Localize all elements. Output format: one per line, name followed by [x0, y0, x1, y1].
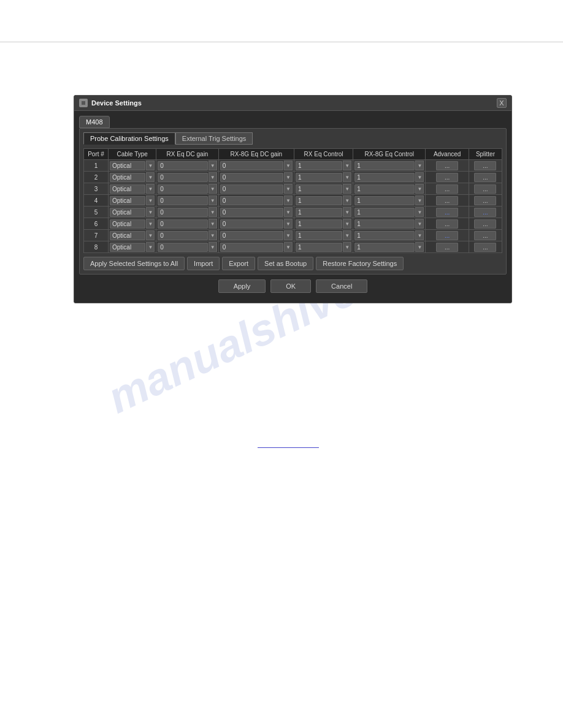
- ok-btn[interactable]: OK: [270, 279, 311, 293]
- rx-eq-ctrl-6[interactable]: 1 ▼: [294, 218, 353, 230]
- cable-type-arrow-7[interactable]: ▼: [146, 230, 155, 240]
- splitter-btn-7[interactable]: ...: [474, 231, 496, 240]
- export-btn[interactable]: Export: [222, 257, 255, 270]
- advanced-btn-1[interactable]: ...: [436, 161, 458, 170]
- apply-all-btn[interactable]: Apply Selected Settings to All: [83, 257, 185, 270]
- rx8g-eq-dc-1[interactable]: 0 ▼: [218, 160, 294, 172]
- apply-btn[interactable]: Apply: [218, 279, 266, 293]
- splitter-btn-8[interactable]: ...: [474, 243, 496, 252]
- rx8g-eq-ctrl-3[interactable]: 1 ▼: [353, 183, 426, 195]
- restore-btn[interactable]: Restore Factory Settings: [316, 257, 404, 270]
- rx8g-eq-dc-arrow-5[interactable]: ▼: [284, 207, 293, 217]
- advanced-btn-3[interactable]: ...: [436, 184, 458, 194]
- rx8g-eq-ctrl-arrow-8[interactable]: ▼: [415, 242, 424, 252]
- rx8g-eq-ctrl-4[interactable]: 1 ▼: [353, 195, 426, 207]
- rx-eq-ctrl-8[interactable]: 1 ▼: [294, 241, 353, 253]
- tab-probe-calibration[interactable]: Probe Calibration Settings: [83, 132, 175, 145]
- dialog-close-button[interactable]: X: [497, 98, 507, 108]
- rx-eq-dc-arrow-1[interactable]: ▼: [209, 161, 217, 170]
- rx8g-eq-ctrl-5[interactable]: 1 ▼: [353, 207, 426, 218]
- rx-eq-dc-3[interactable]: 0 ▼: [156, 183, 218, 195]
- rx-eq-ctrl-arrow-1[interactable]: ▼: [343, 161, 351, 170]
- cable-type-7[interactable]: Optical ▼: [109, 230, 156, 241]
- splitter-btn-6[interactable]: ...: [474, 219, 496, 229]
- splitter-8[interactable]: ...: [469, 241, 502, 253]
- rx8g-eq-ctrl-arrow-2[interactable]: ▼: [415, 172, 424, 182]
- rx8g-eq-dc-6[interactable]: 0 ▼: [218, 218, 294, 230]
- splitter-btn-2[interactable]: ...: [474, 173, 496, 182]
- cable-type-arrow-6[interactable]: ▼: [146, 219, 155, 229]
- rx8g-eq-dc-8[interactable]: 0 ▼: [218, 241, 294, 253]
- import-btn[interactable]: Import: [187, 257, 220, 270]
- splitter-btn-4[interactable]: ...: [474, 196, 496, 205]
- rx8g-eq-ctrl-8[interactable]: 1 ▼: [353, 241, 426, 253]
- splitter-2[interactable]: ...: [469, 172, 502, 183]
- advanced-5[interactable]: ...: [426, 207, 469, 218]
- rx8g-eq-ctrl-arrow-4[interactable]: ▼: [415, 195, 424, 205]
- advanced-7[interactable]: ...: [426, 230, 469, 241]
- rx-eq-dc-arrow-3[interactable]: ▼: [209, 184, 217, 194]
- cable-type-1[interactable]: Optical ▼: [109, 160, 156, 172]
- cable-type-5[interactable]: Optical ▼: [109, 207, 156, 218]
- rx-eq-dc-7[interactable]: 0 ▼: [156, 230, 218, 241]
- cable-type-arrow-1[interactable]: ▼: [146, 161, 155, 170]
- rx8g-eq-dc-arrow-8[interactable]: ▼: [284, 242, 293, 252]
- advanced-6[interactable]: ...: [426, 218, 469, 230]
- rx-eq-dc-5[interactable]: 0 ▼: [156, 207, 218, 218]
- rx-eq-ctrl-arrow-3[interactable]: ▼: [343, 184, 351, 194]
- rx-eq-dc-4[interactable]: 0 ▼: [156, 195, 218, 207]
- splitter-4[interactable]: ...: [469, 195, 502, 207]
- rx8g-eq-dc-arrow-7[interactable]: ▼: [284, 230, 293, 240]
- splitter-7[interactable]: ...: [469, 230, 502, 241]
- cable-type-3[interactable]: Optical ▼: [109, 183, 156, 195]
- advanced-2[interactable]: ...: [426, 172, 469, 183]
- splitter-3[interactable]: ...: [469, 183, 502, 195]
- cable-type-6[interactable]: Optical ▼: [109, 218, 156, 230]
- rx-eq-dc-2[interactable]: 0 ▼: [156, 172, 218, 183]
- rx8g-eq-ctrl-arrow-3[interactable]: ▼: [415, 184, 424, 194]
- rx8g-eq-ctrl-arrow-6[interactable]: ▼: [415, 219, 424, 229]
- rx8g-eq-ctrl-7[interactable]: 1 ▼: [353, 230, 426, 241]
- splitter-5[interactable]: ...: [469, 207, 502, 218]
- rx8g-eq-ctrl-arrow-7[interactable]: ▼: [415, 230, 424, 240]
- rx-eq-dc-8[interactable]: 0 ▼: [156, 241, 218, 253]
- rx-eq-dc-arrow-7[interactable]: ▼: [209, 230, 217, 240]
- rx8g-eq-dc-2[interactable]: 0 ▼: [218, 172, 294, 183]
- cable-type-arrow-5[interactable]: ▼: [146, 207, 155, 217]
- rx-eq-ctrl-4[interactable]: 1 ▼: [294, 195, 353, 207]
- rx8g-eq-dc-arrow-1[interactable]: ▼: [284, 161, 293, 170]
- rx-eq-dc-arrow-6[interactable]: ▼: [209, 219, 217, 229]
- rx-eq-dc-arrow-2[interactable]: ▼: [209, 172, 217, 182]
- advanced-btn-4[interactable]: ...: [436, 196, 458, 205]
- rx-eq-ctrl-arrow-4[interactable]: ▼: [343, 195, 351, 205]
- splitter-btn-1[interactable]: ...: [474, 161, 496, 170]
- cable-type-arrow-4[interactable]: ▼: [146, 195, 155, 205]
- splitter-6[interactable]: ...: [469, 218, 502, 230]
- rx-eq-ctrl-arrow-5[interactable]: ▼: [343, 207, 351, 217]
- advanced-btn-7[interactable]: ...: [436, 231, 458, 240]
- cable-type-arrow-2[interactable]: ▼: [146, 172, 155, 182]
- advanced-btn-6[interactable]: ...: [436, 219, 458, 229]
- advanced-btn-5[interactable]: ...: [436, 208, 458, 217]
- set-bootup-btn[interactable]: Set as Bootup: [258, 257, 313, 270]
- rx8g-eq-dc-arrow-6[interactable]: ▼: [284, 219, 293, 229]
- rx-eq-dc-arrow-4[interactable]: ▼: [209, 195, 217, 205]
- splitter-btn-5[interactable]: ...: [474, 208, 496, 217]
- rx8g-eq-ctrl-1[interactable]: 1 ▼: [353, 160, 426, 172]
- rx-eq-ctrl-1[interactable]: 1 ▼: [294, 160, 353, 172]
- splitter-btn-3[interactable]: ...: [474, 184, 496, 194]
- rx-eq-dc-arrow-5[interactable]: ▼: [209, 207, 217, 217]
- rx8g-eq-dc-5[interactable]: 0 ▼: [218, 207, 294, 218]
- rx8g-eq-dc-3[interactable]: 0 ▼: [218, 183, 294, 195]
- cancel-btn[interactable]: Cancel: [316, 279, 367, 293]
- rx-eq-ctrl-5[interactable]: 1 ▼: [294, 207, 353, 218]
- advanced-btn-2[interactable]: ...: [436, 173, 458, 182]
- rx8g-eq-ctrl-6[interactable]: 1 ▼: [353, 218, 426, 230]
- rx-eq-ctrl-7[interactable]: 1 ▼: [294, 230, 353, 241]
- cable-type-arrow-8[interactable]: ▼: [146, 242, 155, 252]
- cable-type-arrow-3[interactable]: ▼: [146, 184, 155, 194]
- rx8g-eq-ctrl-arrow-5[interactable]: ▼: [415, 207, 424, 217]
- rx8g-eq-dc-7[interactable]: 0 ▼: [218, 230, 294, 241]
- rx-eq-ctrl-2[interactable]: 1 ▼: [294, 172, 353, 183]
- rx-eq-ctrl-arrow-8[interactable]: ▼: [343, 242, 351, 252]
